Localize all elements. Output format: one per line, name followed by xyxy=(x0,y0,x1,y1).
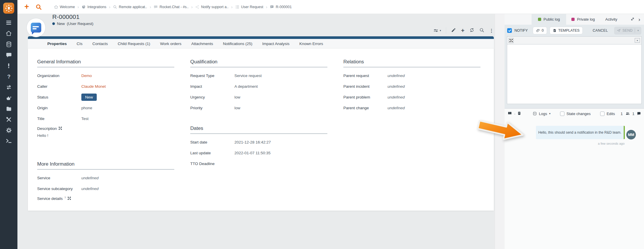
collapse-panel-icon[interactable]: › xyxy=(638,17,640,22)
tab-properties[interactable]: Properties xyxy=(42,42,72,46)
field-row: Service subcategoryundefined xyxy=(37,183,174,194)
state-changes-filter[interactable]: State changes xyxy=(560,112,591,116)
tools-icon[interactable] xyxy=(5,116,12,123)
expanded-view-icon[interactable] xyxy=(507,111,512,116)
page-title: R-000001 xyxy=(52,13,80,20)
breadcrumb-label: Integrations xyxy=(87,5,106,9)
handshake-icon[interactable] xyxy=(5,94,12,101)
help-sup[interactable]: ? xyxy=(64,196,66,199)
author-avatar: MM xyxy=(626,130,636,139)
tab-child-requests[interactable]: Child Requests (1) xyxy=(113,42,155,46)
field-row: Prioritylow xyxy=(190,103,327,113)
caller-link[interactable]: Claude Monet xyxy=(81,84,106,89)
field-value: low xyxy=(234,106,240,110)
field-label: Parent problem xyxy=(343,95,388,99)
status-badge: New xyxy=(81,94,97,101)
actions-filter-button[interactable]: ▾ xyxy=(433,28,441,33)
logs-filter-dropdown[interactable]: Logs ▾ xyxy=(533,112,550,116)
breadcrumb-item[interactable]: R-000001 xyxy=(270,5,292,9)
send-caret-icon[interactable]: ▾ xyxy=(637,29,639,32)
breadcrumb-item[interactable]: Integrations xyxy=(82,5,106,9)
tab-public-log[interactable]: Public log xyxy=(532,14,566,25)
tab-private-log[interactable]: Private log xyxy=(566,14,600,25)
state-changes-label: State changes xyxy=(566,112,591,116)
field-row: Request TypeService request xyxy=(190,70,327,81)
notify-label: NOTIFY xyxy=(514,28,528,33)
chat-bubble-icon[interactable] xyxy=(5,51,12,58)
global-search-button[interactable] xyxy=(35,4,42,10)
expand-field-icon[interactable] xyxy=(59,126,62,131)
gear-icon[interactable] xyxy=(5,127,12,134)
cancel-button[interactable]: CANCEL xyxy=(593,28,608,33)
edits-filter[interactable]: Edits xyxy=(600,112,615,116)
breadcrumb-item[interactable]: User Request xyxy=(235,5,263,9)
section-title: Dates xyxy=(190,126,327,134)
edits-checkbox[interactable] xyxy=(600,112,604,116)
private-log-color-icon xyxy=(571,18,575,21)
edit-button[interactable] xyxy=(451,28,456,34)
editor-dropdown-icon[interactable]: ▾ xyxy=(635,38,640,43)
breadcrumb-label: Notify support a.. xyxy=(201,5,229,9)
breadcrumb-item[interactable]: Remote applicat.. xyxy=(113,5,147,9)
field-label: TTO Deadline xyxy=(190,162,234,166)
tab-activity[interactable]: Activity xyxy=(600,14,623,25)
notify-checkbox[interactable] xyxy=(507,28,512,33)
field-row: Serviceundefined xyxy=(37,173,174,183)
log-entry-input[interactable] xyxy=(507,44,641,104)
organization-link[interactable]: Demo xyxy=(81,74,92,78)
field-row: OrganizationDemo xyxy=(37,70,174,81)
panel-controls: › xyxy=(630,14,644,25)
properties-panel: General Information OrganizationDemo Cal… xyxy=(28,49,494,211)
field-label: Last update xyxy=(190,151,234,155)
folder-icon[interactable] xyxy=(5,105,12,112)
exclamation-icon[interactable] xyxy=(5,62,12,69)
section-title: More Information xyxy=(37,161,174,170)
templates-button[interactable]: TEMPLATES xyxy=(550,27,583,34)
quick-create-button[interactable]: + xyxy=(24,3,29,11)
attachments-button[interactable]: 0 xyxy=(533,27,547,34)
tab-known-errors[interactable]: Known Errors xyxy=(295,42,328,46)
sidebar: ? xyxy=(0,0,17,249)
refresh-button[interactable] xyxy=(469,28,474,34)
breadcrumb-item[interactable]: Welcome xyxy=(54,5,75,9)
compact-view-icon[interactable] xyxy=(517,111,521,116)
chat-icon xyxy=(154,5,158,9)
tab-impact-analysis[interactable]: Impact Analysis xyxy=(257,42,295,46)
transfer-arrows-icon[interactable] xyxy=(5,84,12,91)
field-label: Impact xyxy=(190,84,234,89)
section-qualification: Qualification Request TypeService reques… xyxy=(190,59,327,113)
search-button[interactable] xyxy=(479,28,484,34)
section-title: Relations xyxy=(343,59,480,67)
toolbar-divider xyxy=(446,27,446,34)
database-icon[interactable] xyxy=(5,41,12,48)
edits-label: Edits xyxy=(607,112,615,116)
object-header-bar xyxy=(28,36,494,39)
maximize-editor-icon[interactable] xyxy=(509,38,514,43)
tab-contacts[interactable]: Contacts xyxy=(87,42,113,46)
kebab-menu-button[interactable]: ⋮ xyxy=(489,28,494,33)
activity-tabs: Public log Private log Activity › xyxy=(505,14,644,25)
terminal-icon[interactable] xyxy=(5,137,12,144)
breadcrumb-item[interactable]: Notify support a.. xyxy=(195,5,229,9)
state-changes-checkbox[interactable] xyxy=(560,112,564,116)
description-label: Description xyxy=(37,126,57,131)
field-label: Caller xyxy=(37,84,81,89)
expand-field-icon[interactable] xyxy=(68,196,71,201)
home-icon[interactable] xyxy=(5,30,12,37)
tab-notifications[interactable]: Notifications (25) xyxy=(218,42,257,46)
tab-cis[interactable]: CIs xyxy=(72,42,87,46)
tab-attachments[interactable]: Attachments xyxy=(186,42,218,46)
menu-icon[interactable] xyxy=(5,19,12,26)
breadcrumb-item[interactable]: Rocket.Chat - #s.. xyxy=(154,5,189,9)
question-icon[interactable]: ? xyxy=(5,73,12,80)
expand-panel-icon[interactable] xyxy=(630,17,635,22)
svg-text:?: ? xyxy=(7,74,10,80)
field-value: undefined xyxy=(81,176,98,180)
home-icon xyxy=(54,5,58,9)
user-request-icon xyxy=(31,23,41,33)
send-button[interactable]: SEND ▾ xyxy=(614,27,641,35)
tab-work-orders[interactable]: Work orders xyxy=(155,42,186,46)
status-line: New (User Request) xyxy=(52,22,94,26)
new-object-button[interactable]: + xyxy=(461,28,464,33)
description-value: Hello ! xyxy=(37,133,174,138)
